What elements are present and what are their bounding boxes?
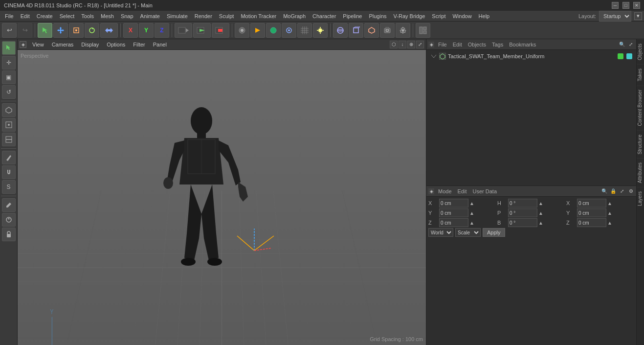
menu-vray[interactable]: V-Ray Bridge	[391, 12, 428, 20]
obj-tb-edit[interactable]: Edit	[451, 41, 464, 48]
vtab-attributes[interactable]: Attributes	[637, 158, 644, 187]
vp-menu-view[interactable]: View	[30, 41, 46, 48]
attr-yscale-spin[interactable]: ▲	[607, 210, 612, 216]
y-axis-button[interactable]: Y	[139, 23, 154, 38]
obj-render-dot[interactable]	[626, 53, 632, 59]
menu-plugins[interactable]: Plugins	[366, 12, 389, 20]
material-button[interactable]	[266, 23, 281, 38]
sidebar-point-btn[interactable]	[2, 118, 16, 132]
menu-window[interactable]: Window	[449, 12, 474, 20]
sidebar-lock-btn[interactable]	[2, 228, 16, 241]
vp-menu-panel[interactable]: Panel	[151, 41, 169, 48]
attr-settings-btn[interactable]: ⚙	[627, 188, 634, 195]
sidebar-brush-btn[interactable]	[2, 198, 16, 212]
grid-button[interactable]	[297, 23, 312, 38]
menu-select[interactable]: Select	[57, 12, 78, 20]
sidebar-paint-btn[interactable]	[2, 213, 16, 227]
sidebar-loop-btn[interactable]: S	[2, 180, 16, 194]
minimize-button[interactable]: ─	[612, 2, 619, 9]
attr-tb-edit[interactable]: Edit	[456, 187, 469, 195]
attr-yscale-input[interactable]	[577, 208, 606, 217]
attr-x-input[interactable]	[439, 199, 468, 207]
viewport-canvas[interactable]: X Y Perspective	[18, 50, 426, 345]
vp-menu-cameras[interactable]: Cameras	[50, 41, 76, 48]
vtab-takes[interactable]: Takes	[637, 64, 644, 85]
close-button[interactable]: ✕	[633, 2, 640, 9]
rotate-tool-button[interactable]	[85, 23, 99, 38]
redo-button[interactable]: ↪	[18, 23, 32, 38]
obj-tb-bookmarks[interactable]: Bookmarks	[507, 41, 538, 48]
camera-btn[interactable]	[380, 23, 395, 38]
attr-zscale-spin[interactable]: ▲	[607, 220, 612, 226]
menu-motion-tracker[interactable]: Motion Tracker	[238, 12, 279, 20]
select-tool-button[interactable]	[38, 23, 52, 38]
vp-icon-3[interactable]: ⊕	[407, 41, 415, 48]
viewport-toggle-btn[interactable]: ◈	[20, 41, 26, 48]
apply-button[interactable]: Apply	[483, 228, 505, 237]
menu-create[interactable]: Create	[34, 12, 56, 20]
attr-y-spin[interactable]: ▲	[469, 210, 474, 216]
attr-p-spin[interactable]: ▲	[538, 210, 543, 216]
object-item[interactable]: Tactical_SWAT_Team_Member_Uniform	[428, 52, 634, 61]
stop-button[interactable]	[212, 23, 229, 38]
vp-menu-display[interactable]: Display	[79, 41, 101, 48]
attr-expand-btn[interactable]: ⤢	[619, 188, 625, 195]
vp-menu-filter[interactable]: Filter	[131, 41, 147, 48]
attr-p-input[interactable]	[508, 208, 537, 217]
attr-xscale-spin[interactable]: ▲	[607, 201, 612, 206]
menu-mesh[interactable]: Mesh	[98, 12, 117, 20]
attr-h-input[interactable]	[508, 199, 537, 207]
vtab-content-browser[interactable]: Content Browser	[637, 85, 644, 130]
attr-tb-mode[interactable]: Mode	[436, 187, 454, 195]
sidebar-scale-btn[interactable]: ▣	[2, 70, 16, 84]
panel-layout-btn[interactable]	[416, 23, 430, 38]
sidebar-knife-btn[interactable]	[2, 151, 16, 164]
vp-icon-2[interactable]: ↓	[399, 41, 406, 48]
attr-tb-userdata[interactable]: User Data	[471, 187, 499, 195]
attr-x-spin-up[interactable]: ▲	[469, 201, 474, 206]
light-button[interactable]	[313, 23, 328, 38]
vtab-structure[interactable]: Structure	[637, 130, 644, 159]
x-axis-button[interactable]: X	[123, 23, 138, 38]
menu-file[interactable]: File	[2, 12, 17, 20]
z-axis-button[interactable]: Z	[155, 23, 169, 38]
sidebar-rotate-btn[interactable]: ↺	[2, 85, 16, 99]
obj-expand-btn[interactable]: ⤢	[627, 41, 634, 48]
render-view-button[interactable]	[235, 23, 249, 38]
menu-sculpt[interactable]: Sculpt	[216, 12, 237, 20]
sidebar-edge-btn[interactable]	[2, 133, 16, 146]
transform-mode-select[interactable]: Scale Move Rotate	[455, 228, 481, 237]
attr-z-spin[interactable]: ▲	[469, 220, 474, 226]
attr-z-input[interactable]	[439, 218, 468, 227]
sidebar-select-btn[interactable]	[2, 41, 16, 55]
obj-tb-file[interactable]: File	[436, 41, 449, 48]
attr-b-spin[interactable]: ▲	[538, 220, 543, 226]
record-button[interactable]	[175, 23, 192, 38]
menu-edit[interactable]: Edit	[18, 12, 33, 20]
vtab-layers[interactable]: Layers	[637, 187, 644, 210]
attr-lock-btn[interactable]: 🔒	[610, 188, 617, 195]
box-view-btn[interactable]	[349, 23, 363, 38]
attr-h-spin-up[interactable]: ▲	[538, 201, 543, 206]
menu-character[interactable]: Character	[310, 12, 339, 20]
attr-b-input[interactable]	[508, 218, 537, 227]
menu-mograph[interactable]: MoGraph	[280, 12, 309, 20]
undo-button[interactable]: ↩	[2, 23, 17, 38]
transform-button[interactable]	[100, 23, 118, 38]
obj-tb-objects[interactable]: Objects	[466, 41, 488, 48]
obj-visible-dot[interactable]	[618, 53, 623, 59]
attr-zscale-input[interactable]	[577, 218, 606, 227]
sidebar-move-btn[interactable]: ✛	[2, 56, 16, 69]
coord-system-select[interactable]: World Object	[428, 228, 453, 237]
move-tool-button[interactable]	[53, 23, 68, 38]
mesh-view-btn[interactable]	[364, 23, 379, 38]
play-button[interactable]	[193, 23, 211, 38]
snap-button[interactable]	[282, 23, 296, 38]
maximize-button[interactable]: □	[622, 2, 629, 9]
menu-tools[interactable]: Tools	[78, 12, 97, 20]
menu-snap[interactable]: Snap	[118, 12, 136, 20]
menu-script[interactable]: Script	[429, 12, 448, 20]
menu-pipeline[interactable]: Pipeline	[340, 12, 365, 20]
sidebar-polygon-btn[interactable]	[2, 103, 16, 117]
vp-icon-1[interactable]: ⬡	[390, 41, 398, 48]
